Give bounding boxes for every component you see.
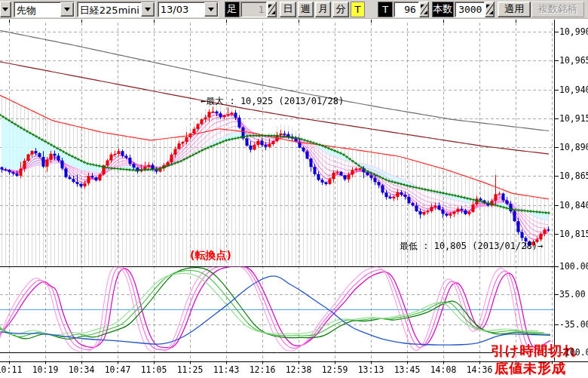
timeframe-day-button[interactable]: 日 — [280, 2, 296, 17]
instrument-category-dropdown-button[interactable] — [60, 2, 74, 17]
contract-month-value: 13/03 — [158, 2, 204, 17]
contract-month-dropdown-button[interactable] — [204, 2, 218, 17]
timeframe-minute-button[interactable]: 分 — [332, 2, 348, 17]
timeframe-month-button[interactable]: 月 — [315, 2, 331, 17]
diagonal-spinner-icon — [268, 4, 276, 15]
interval-value-field[interactable]: 1 — [240, 2, 267, 17]
instrument-category-value: 先物 — [14, 2, 60, 17]
multi-symbol-button-disabled: 複数銘柄 — [531, 2, 584, 17]
bar-count-label: 本数 — [432, 2, 454, 17]
diagonal-spinner-icon — [485, 4, 494, 15]
timeframe-week-button[interactable]: 週 — [298, 2, 314, 17]
bar-count-field[interactable]: 3000 — [455, 2, 485, 17]
chart-application-window: 先物 日経225mini 13/03 足 1 日 週 月 分 T T 96 本数… — [0, 0, 588, 378]
chevron-down-icon — [145, 8, 151, 11]
instrument-value: 日経225mini — [78, 2, 141, 17]
tick-size-field[interactable]: 96 — [394, 2, 419, 17]
apply-button[interactable]: 適用 — [498, 2, 530, 17]
toolbar: 先物 日経225mini 13/03 足 1 日 週 月 分 T T 96 本数… — [0, 0, 588, 19]
chart-area — [0, 19, 588, 378]
tick-size-spinner[interactable] — [419, 2, 429, 17]
instrument-dropdown-button[interactable] — [141, 2, 155, 17]
timeframe-tick-button[interactable]: T — [351, 2, 365, 17]
instrument-combo[interactable]: 日経225mini — [77, 2, 155, 17]
chevron-down-icon — [208, 8, 214, 11]
instrument-category-combo[interactable]: 先物 — [14, 2, 75, 17]
ashi-label: 足 — [225, 2, 240, 17]
tick-size-label: T — [378, 2, 393, 17]
bar-count-spinner[interactable] — [485, 2, 495, 17]
diagonal-spinner-icon — [420, 4, 428, 15]
interval-spinner[interactable] — [267, 2, 277, 17]
chart-canvas[interactable] — [0, 19, 588, 378]
clipped-combo-dropdown-button[interactable] — [0, 2, 11, 17]
chevron-down-icon — [64, 8, 70, 11]
chevron-down-icon — [2, 8, 8, 11]
contract-month-combo[interactable]: 13/03 — [158, 2, 219, 17]
